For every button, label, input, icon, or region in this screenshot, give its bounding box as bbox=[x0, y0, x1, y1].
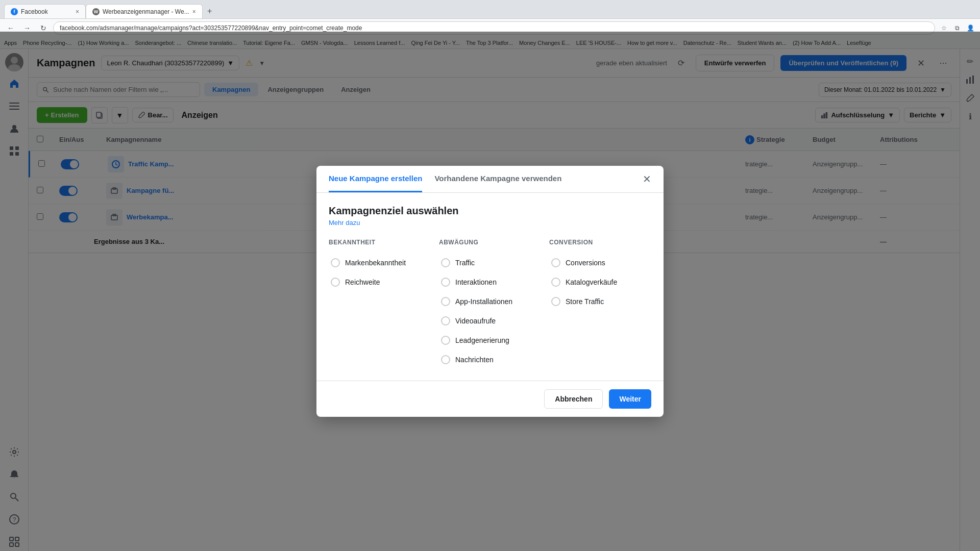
tab-close-adsmanager[interactable]: × bbox=[192, 8, 196, 15]
next-button[interactable]: Weiter bbox=[609, 389, 651, 409]
tab-adsmanager[interactable]: W Werbeanzeigenmanager - We... × bbox=[86, 4, 203, 18]
cancel-button[interactable]: Abbrechen bbox=[544, 389, 603, 409]
modal-tabs: Neue Kampagne erstellen Vorhandene Kampa… bbox=[316, 166, 664, 193]
modal-categories: Bekanntheit Markenbekanntheit Reichweite… bbox=[329, 239, 651, 368]
radio-nachrichten[interactable]: Nachrichten bbox=[439, 351, 541, 368]
radio-label-traffic: Traffic bbox=[455, 259, 475, 267]
radio-katalogverkauefe[interactable]: Katalogverkäufe bbox=[549, 273, 651, 291]
radio-circle-interaktionen bbox=[441, 278, 450, 287]
facebook-favicon: f bbox=[11, 8, 18, 15]
radio-circle-katalogverkauefe bbox=[551, 278, 560, 287]
category-abwaegung: Abwägung Traffic Interaktionen App-Insta… bbox=[439, 239, 541, 368]
abwaegung-title: Abwägung bbox=[439, 239, 541, 246]
radio-circle-app-installationen bbox=[441, 297, 450, 306]
adsmanager-favicon: W bbox=[92, 8, 100, 15]
category-conversion: Conversion Conversions Katalogverkäufe S… bbox=[549, 239, 651, 368]
radio-label-katalogverkauefe: Katalogverkäufe bbox=[566, 278, 617, 286]
radio-label-app-installationen: App-Installationen bbox=[455, 297, 512, 306]
radio-label-markenbekanntheit: Markenbekanntheit bbox=[345, 259, 406, 267]
radio-circle-conversions bbox=[551, 258, 560, 267]
radio-label-store-traffic: Store Traffic bbox=[566, 297, 604, 306]
modal-overlay[interactable]: Neue Kampagne erstellen Vorhandene Kampa… bbox=[0, 32, 980, 551]
radio-leadgenerierung[interactable]: Leadgenerierung bbox=[439, 332, 541, 349]
radio-circle-videoaufrufe bbox=[441, 316, 450, 325]
new-tab-button[interactable]: + bbox=[203, 4, 217, 18]
radio-label-videoaufrufe: Videoaufrufe bbox=[455, 317, 496, 325]
radio-label-leadgenerierung: Leadgenerierung bbox=[455, 336, 509, 344]
modal-close-button[interactable]: ✕ bbox=[643, 166, 651, 192]
modal-footer: Abbrechen Weiter bbox=[316, 381, 664, 417]
radio-circle-leadgenerierung bbox=[441, 336, 450, 345]
tab-close-facebook[interactable]: × bbox=[76, 8, 79, 15]
tab-label-facebook: Facebook bbox=[21, 8, 48, 15]
radio-traffic[interactable]: Traffic bbox=[439, 254, 541, 271]
radio-label-conversions: Conversions bbox=[566, 259, 605, 267]
radio-circle-markenbekanntheit bbox=[331, 258, 340, 267]
radio-reichweite[interactable]: Reichweite bbox=[329, 273, 431, 291]
radio-conversions[interactable]: Conversions bbox=[549, 254, 651, 271]
bekanntheit-title: Bekanntheit bbox=[329, 239, 431, 246]
modal-title: Kampagnenziel auswählen bbox=[329, 205, 651, 217]
radio-circle-nachrichten bbox=[441, 355, 450, 364]
radio-videoaufrufe[interactable]: Videoaufrufe bbox=[439, 312, 541, 330]
radio-app-installationen[interactable]: App-Installationen bbox=[439, 293, 541, 310]
tab-facebook[interactable]: f Facebook × bbox=[4, 4, 86, 18]
address-text: facebook.com/adsmanager/manage/campaigns… bbox=[60, 24, 362, 32]
radio-label-reichweite: Reichweite bbox=[345, 278, 380, 286]
modal-mehr-dazu-link[interactable]: Mehr dazu bbox=[329, 219, 651, 227]
modal-tab-new[interactable]: Neue Kampagne erstellen bbox=[329, 166, 422, 192]
tab-label-adsmanager: Werbeanzeigenmanager - We... bbox=[103, 8, 189, 15]
modal-body: Kampagnenziel auswählen Mehr dazu Bekann… bbox=[316, 193, 664, 381]
radio-store-traffic[interactable]: Store Traffic bbox=[549, 293, 651, 310]
conversion-title: Conversion bbox=[549, 239, 651, 246]
category-bekanntheit: Bekanntheit Markenbekanntheit Reichweite bbox=[329, 239, 431, 368]
radio-circle-traffic bbox=[441, 258, 450, 267]
radio-interaktionen[interactable]: Interaktionen bbox=[439, 273, 541, 291]
radio-circle-reichweite bbox=[331, 278, 340, 287]
radio-label-interaktionen: Interaktionen bbox=[455, 278, 497, 286]
modal-tab-existing[interactable]: Vorhandene Kampagne verwenden bbox=[434, 166, 561, 192]
radio-label-nachrichten: Nachrichten bbox=[455, 356, 494, 364]
radio-circle-store-traffic bbox=[551, 297, 560, 306]
modal: Neue Kampagne erstellen Vorhandene Kampa… bbox=[316, 166, 664, 417]
radio-markenbekanntheit[interactable]: Markenbekanntheit bbox=[329, 254, 431, 271]
